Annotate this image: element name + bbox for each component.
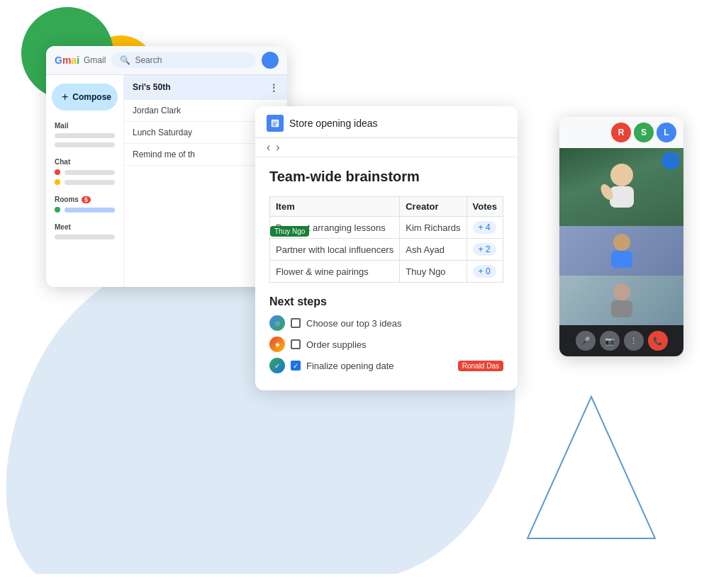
creator-2: Ash Ayad <box>400 239 467 261</box>
next-steps-heading: Next steps <box>269 295 503 308</box>
creator-1: Kim Richards <box>400 217 467 239</box>
docs-heading: Team-wide brainstorm <box>269 169 503 185</box>
task-label-1: Choose our top 3 ideas <box>306 318 503 329</box>
gmail-chat-name-3: Lunch Saturday <box>133 128 192 137</box>
more-dots-icon: ⋮ <box>630 337 637 346</box>
task-avatar-icon-3: ✓ <box>274 362 280 370</box>
docs-icon <box>267 115 284 132</box>
gmail-chat-name-4: Remind me of th <box>133 149 195 159</box>
meet-item-line <box>55 234 115 239</box>
rooms-label-row: Rooms 5 <box>46 193 123 205</box>
mail-item-line <box>55 133 115 138</box>
sidebar-meet-item <box>46 232 123 242</box>
task-checkbox-1[interactable] <box>291 318 301 328</box>
votes-1: + 4 <box>467 217 503 239</box>
meet-video-main: 🎵 <box>559 148 683 226</box>
chat-label: Chat <box>46 155 123 167</box>
meet-end-call-button[interactable]: 📞 <box>648 331 668 351</box>
meet-mute-button[interactable]: 🎤 <box>576 331 596 351</box>
vote-badge-2: + 2 <box>473 243 496 256</box>
task-avatar-2: ★ <box>269 337 285 352</box>
task-avatar-icon-2: ★ <box>274 341 281 349</box>
meet-video-person-3 <box>559 276 683 325</box>
meet-video-grid: 🎵 <box>559 148 683 325</box>
gmail-search-text: Search <box>135 55 162 65</box>
task-item-1: ☆ Choose our top 3 ideas <box>269 315 503 331</box>
gmail-body: + Compose Mail Chat <box>46 75 287 287</box>
task-label-2: Order supplies <box>306 339 503 350</box>
meet-topbar: R S L <box>559 117 683 148</box>
search-icon: 🔍 <box>120 55 130 65</box>
vote-badge-1: + 4 <box>473 221 496 234</box>
gmail-m-icon: Gmai <box>55 55 79 66</box>
gmail-chat-item-active[interactable]: Sri's 50th ⋮ <box>124 75 287 100</box>
svg-point-10 <box>613 283 630 300</box>
svg-marker-0 <box>527 397 655 538</box>
meet-video-person-2 <box>559 226 683 276</box>
gmail-sidebar: + Compose Mail Chat <box>46 75 124 287</box>
item-3: Flower & wine pairings <box>270 261 400 283</box>
mic-wave-icon: 🎵 <box>666 157 675 165</box>
nav-forward-arrow[interactable]: › <box>276 141 279 154</box>
person-2-placeholder <box>559 226 683 276</box>
sidebar-mail-item-2 <box>46 140 123 149</box>
gmail-chat-name-2: Jordan Clark <box>133 106 181 115</box>
sidebar-chat-item-2[interactable] <box>46 177 123 187</box>
gmail-search-bar[interactable]: 🔍 Search <box>111 52 256 68</box>
task-avatar-3: ✓ <box>269 358 285 373</box>
compose-plus-icon: + <box>62 91 68 103</box>
docs-content: Team-wide brainstorm Item Creator Votes … <box>255 157 518 390</box>
svg-rect-3 <box>273 123 277 124</box>
task-checkbox-3[interactable]: ✓ <box>291 361 301 371</box>
meet-window: R S L 🎵 <box>559 117 683 356</box>
gmail-topbar: Gmai Gmail 🔍 Search <box>46 46 287 75</box>
docs-nav: ‹ › <box>255 138 518 157</box>
gmail-window: Gmai Gmail 🔍 Search + Compose Mail <box>46 46 287 287</box>
meet-more-button[interactable]: ⋮ <box>624 331 644 351</box>
docs-logo-svg <box>270 118 280 128</box>
meet-participant-r: R <box>611 123 631 142</box>
mail-section: Mail <box>46 119 123 149</box>
votes-2: + 2 <box>467 239 503 261</box>
item-2: Partner with local influencers Thuy Ngo <box>270 239 400 261</box>
task-checkbox-2[interactable] <box>291 339 301 349</box>
task-avatar-1: ☆ <box>269 315 285 331</box>
col-votes: Votes <box>467 197 503 217</box>
docs-topbar: Store opening ideas <box>255 106 518 138</box>
status-dot-yellow <box>55 179 60 185</box>
thuy-ngo-tooltip: Thuy Ngo <box>270 226 309 237</box>
ronald-das-tooltip: Ronald Das <box>458 361 503 371</box>
docs-window: Store opening ideas ‹ › Team-wide brains… <box>255 106 518 390</box>
col-creator: Creator <box>400 197 467 217</box>
task-label-3: Finalize opening date <box>306 361 452 371</box>
rooms-badge: 5 <box>82 196 91 203</box>
votes-3: + 0 <box>467 261 503 283</box>
chat-section: Chat <box>46 155 123 187</box>
sidebar-room-item-1[interactable] <box>46 205 123 215</box>
camera-icon: 📷 <box>605 337 615 346</box>
nav-back-arrow[interactable]: ‹ <box>267 141 270 154</box>
person-svg-main <box>597 155 647 219</box>
gmail-user-avatar[interactable] <box>262 52 279 69</box>
meet-section: Meet <box>46 220 123 242</box>
svg-rect-11 <box>611 300 632 317</box>
triangle-decoration <box>520 390 662 545</box>
item-2-text: Partner with local influencers <box>276 244 393 255</box>
meet-participant-s: S <box>634 123 654 142</box>
task-avatar-icon-1: ☆ <box>274 320 281 327</box>
meet-label: Meet <box>46 220 123 232</box>
svg-rect-4 <box>273 125 277 125</box>
sidebar-chat-item-1[interactable] <box>46 167 123 177</box>
task-item-2: ★ Order supplies <box>269 337 503 352</box>
status-dot-red <box>55 169 60 175</box>
three-dots-icon[interactable]: ⋮ <box>269 82 279 94</box>
docs-title: Store opening ideas <box>289 118 378 129</box>
room-item-line <box>65 208 115 213</box>
compose-button[interactable]: + Compose <box>52 84 118 111</box>
gmail-chat-name-1: Sri's 50th <box>133 82 171 92</box>
person-3-placeholder <box>559 276 683 325</box>
meet-camera-button[interactable]: 📷 <box>600 331 620 351</box>
svg-rect-2 <box>273 122 278 123</box>
table-row: Partner with local influencers Thuy Ngo … <box>270 239 503 261</box>
end-call-icon: 📞 <box>653 337 663 346</box>
